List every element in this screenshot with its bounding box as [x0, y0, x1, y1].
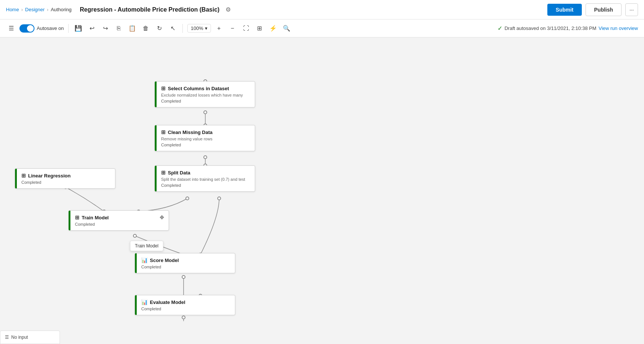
train-model-node[interactable]: ⊞ Train Model ✥ Completed	[69, 210, 169, 231]
split-data-status: Completed	[161, 183, 250, 188]
select-columns-title: ⊞ Select Columns in Dataset	[161, 85, 250, 91]
score-model-node[interactable]: 📊 Score Model Completed	[135, 253, 235, 273]
select-columns-node[interactable]: ⊞ Select Columns in Dataset Exclude norm…	[155, 81, 255, 107]
top-bar-left: Home › Designer › Authoring Regression -…	[6, 6, 231, 13]
autosave-text: Draft autosaved on 3/11/2021, 2:10:38 PM	[505, 25, 596, 31]
evaluate-model-icon: 📊	[141, 299, 148, 305]
conn-dot-select-bottom	[203, 110, 207, 114]
bottom-panel[interactable]: ☰ No input	[0, 331, 60, 344]
train-model-icon: ⊞	[75, 214, 79, 220]
breadcrumb: Home › Designer › Authoring	[6, 7, 72, 12]
clean-missing-status: Completed	[161, 143, 250, 147]
delete-icon[interactable]: 🗑	[140, 23, 151, 34]
zoom-display[interactable]: 100% ▾	[187, 24, 211, 33]
zoom-value: 100%	[191, 25, 203, 31]
bottom-panel-label: No input	[11, 335, 28, 340]
conn-dot-evaluate-bottom	[182, 316, 185, 319]
top-bar-right: Submit Publish ···	[547, 3, 638, 16]
breadcrumb-designer[interactable]: Designer	[25, 7, 45, 12]
publish-button[interactable]: Publish	[586, 3, 622, 16]
canvas: ⊞ Select Columns in Dataset Exclude norm…	[0, 37, 644, 344]
redo-icon[interactable]: ↪	[100, 23, 111, 34]
select-columns-status: Completed	[161, 99, 250, 103]
split-data-node[interactable]: ⊞ Split Data Split the dataset into trai…	[155, 165, 255, 192]
clean-missing-desc: Remove missing value rows	[161, 137, 250, 141]
select-columns-desc: Exclude normalized losses which have man…	[161, 93, 250, 97]
evaluate-model-node[interactable]: 📊 Evaluate Model Completed	[135, 295, 235, 315]
train-model-title: ⊞ Train Model ✥	[75, 214, 164, 220]
grid-icon[interactable]: ⊞	[254, 23, 265, 34]
submit-button[interactable]: Submit	[547, 4, 581, 16]
train-model-status: Completed	[75, 222, 164, 226]
zoom-in-icon[interactable]: +	[214, 23, 224, 34]
breadcrumb-home[interactable]: Home	[6, 7, 19, 12]
cursor-icon[interactable]: ↖	[167, 23, 178, 34]
split-data-desc: Split the dataset into training set (0.7…	[161, 177, 250, 182]
linear-regression-status: Completed	[21, 180, 111, 185]
autosave-check-icon: ✓	[498, 25, 502, 32]
linear-regression-node[interactable]: ⊞ Linear Regression Completed	[15, 168, 115, 189]
bottom-panel-icon: ☰	[5, 335, 9, 340]
score-model-title: 📊 Score Model	[141, 257, 230, 263]
gear-icon[interactable]: ⚙	[226, 6, 231, 13]
conn-dot-split-left	[185, 197, 189, 200]
conn-dot-clean-bottom	[203, 155, 207, 159]
connection-lines	[0, 37, 644, 344]
more-button[interactable]: ···	[625, 3, 638, 16]
page-title: Regression - Automobile Price Prediction…	[80, 6, 220, 13]
clean-missing-icon: ⊞	[161, 129, 166, 135]
zoom-out-icon[interactable]: −	[227, 23, 238, 34]
autosave-status: ✓ Draft autosaved on 3/11/2021, 2:10:38 …	[498, 25, 638, 32]
view-run-link[interactable]: View run overview	[599, 25, 638, 31]
settings2-icon[interactable]: ⚡	[268, 23, 278, 34]
undo-icon[interactable]: ↩	[87, 23, 97, 34]
evaluate-model-status: Completed	[141, 307, 230, 311]
paste-icon[interactable]: 📋	[127, 23, 137, 34]
train-model-move-icon: ✥	[160, 214, 164, 220]
conn-dot-score-bottom	[182, 275, 185, 279]
sep1	[68, 24, 69, 33]
score-model-icon: 📊	[141, 257, 148, 263]
toolbar: ☰ Autosave on 💾 ↩ ↪ ⎘ 📋 🗑 ↻ ↖ 100% ▾ + −…	[0, 19, 644, 37]
autosave-label: Autosave on	[37, 25, 64, 31]
linear-regression-icon: ⊞	[21, 173, 26, 179]
linear-regression-title: ⊞ Linear Regression	[21, 173, 111, 179]
split-data-title: ⊞ Split Data	[161, 170, 250, 176]
conn-dot-train-bottom	[133, 234, 137, 238]
train-model-tooltip: Train Model	[130, 241, 163, 251]
search-icon[interactable]: 🔍	[281, 23, 292, 34]
zoom-chevron: ▾	[205, 25, 208, 31]
breadcrumb-sep2: ›	[47, 7, 48, 12]
select-columns-icon: ⊞	[161, 85, 166, 91]
breadcrumb-sep1: ›	[21, 7, 23, 12]
autosave-toggle-container: Autosave on	[19, 24, 64, 33]
autosave-toggle[interactable]	[19, 24, 34, 33]
conn-dot-split-right	[217, 197, 221, 200]
top-bar: Home › Designer › Authoring Regression -…	[0, 0, 644, 19]
clean-missing-node[interactable]: ⊞ Clean Missing Data Remove missing valu…	[155, 125, 255, 151]
fit-icon[interactable]: ⛶	[241, 23, 251, 34]
refresh-icon[interactable]: ↻	[154, 23, 164, 34]
save-icon[interactable]: 💾	[73, 23, 84, 34]
toggle-knob	[27, 25, 34, 32]
clean-missing-title: ⊞ Clean Missing Data	[161, 129, 250, 135]
copy-icon[interactable]: ⎘	[114, 23, 124, 34]
split-data-icon: ⊞	[161, 170, 166, 176]
evaluate-model-title: 📊 Evaluate Model	[141, 299, 230, 305]
breadcrumb-current: Authoring	[51, 7, 72, 12]
sidebar-toggle-icon[interactable]: ☰	[6, 23, 16, 34]
score-model-status: Completed	[141, 265, 230, 269]
sep2	[182, 24, 183, 33]
